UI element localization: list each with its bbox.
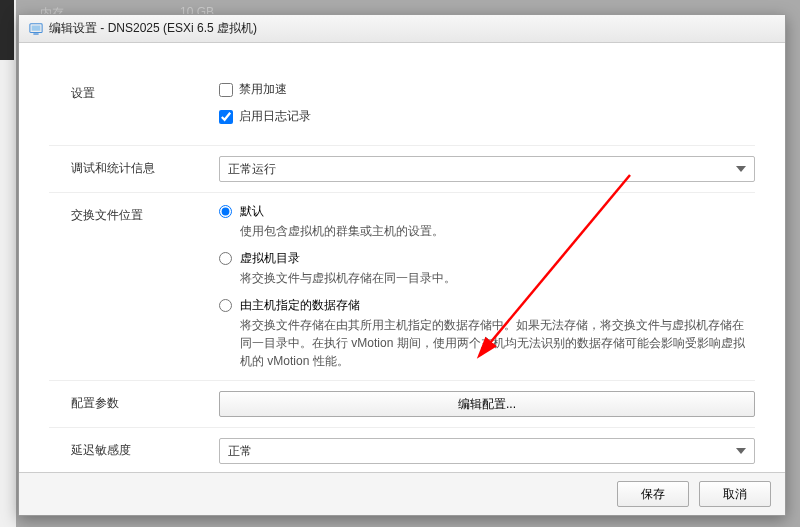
swap-opt2-desc: 将交换文件存储在由其所用主机指定的数据存储中。如果无法存储，将交换文件与虚拟机存… (240, 316, 755, 370)
edit-config-button[interactable]: 编辑配置... (219, 391, 755, 417)
swap-radio-default[interactable] (219, 205, 232, 218)
swap-radio-host[interactable] (219, 299, 232, 312)
latency-select[interactable]: 正常 (219, 438, 755, 464)
swap-opt0-desc: 使用包含虚拟机的群集或主机的设置。 (240, 222, 755, 240)
row-latency: 延迟敏感度 正常 (49, 427, 755, 472)
vm-icon (29, 22, 43, 36)
chevron-down-icon (736, 166, 746, 172)
edit-settings-dialog: 编辑设置 - DNS2025 (ESXi 6.5 虚拟机) 设置 禁用加速 启用… (18, 14, 786, 516)
dialog-titlebar: 编辑设置 - DNS2025 (ESXi 6.5 虚拟机) (19, 15, 785, 43)
row-config-params: 配置参数 编辑配置... (49, 380, 755, 427)
disable-accel-label: 禁用加速 (239, 81, 287, 98)
config-params-label: 配置参数 (49, 391, 219, 412)
swap-opt1-title: 虚拟机目录 (240, 250, 755, 267)
dialog-title: 编辑设置 - DNS2025 (ESXi 6.5 虚拟机) (49, 20, 257, 37)
dialog-content: 设置 禁用加速 启用日志记录 调试和统计信息 正常运行 (19, 43, 785, 472)
save-button[interactable]: 保存 (617, 481, 689, 507)
dialog-footer: 保存 取消 (19, 472, 785, 515)
enable-logging-checkbox[interactable] (219, 110, 233, 124)
debug-select-value: 正常运行 (228, 161, 276, 178)
latency-label: 延迟敏感度 (49, 438, 219, 459)
settings-label: 设置 (49, 81, 219, 102)
svg-rect-2 (33, 33, 38, 34)
background-strip (0, 0, 16, 527)
debug-label: 调试和统计信息 (49, 156, 219, 177)
swap-opt2-title: 由主机指定的数据存储 (240, 297, 755, 314)
latency-select-value: 正常 (228, 443, 252, 460)
swap-opt1-desc: 将交换文件与虚拟机存储在同一目录中。 (240, 269, 755, 287)
cancel-button[interactable]: 取消 (699, 481, 771, 507)
row-swap: 交换文件位置 默认 使用包含虚拟机的群集或主机的设置。 虚拟机目录 将交换文件与… (49, 192, 755, 380)
disable-accel-checkbox[interactable] (219, 83, 233, 97)
debug-select[interactable]: 正常运行 (219, 156, 755, 182)
chevron-down-icon (736, 448, 746, 454)
row-debug: 调试和统计信息 正常运行 (49, 145, 755, 192)
swap-label: 交换文件位置 (49, 203, 219, 224)
swap-opt0-title: 默认 (240, 203, 755, 220)
enable-logging-label: 启用日志记录 (239, 108, 311, 125)
background-dark (0, 0, 14, 60)
swap-radio-vmdir[interactable] (219, 252, 232, 265)
svg-rect-1 (32, 25, 41, 30)
row-settings: 设置 禁用加速 启用日志记录 (49, 63, 755, 145)
